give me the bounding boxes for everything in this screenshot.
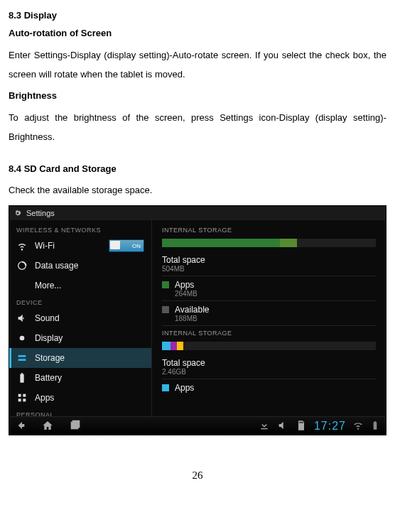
download-status-icon[interactable] <box>259 420 270 433</box>
category-personal: PERSONAL <box>9 408 151 416</box>
row-label: Apps <box>175 383 194 393</box>
sidebar-item-label: Battery <box>35 373 62 383</box>
row-label: Total space <box>162 255 205 265</box>
back-icon[interactable] <box>15 420 26 433</box>
category-wireless: WIRELESS & NETWORKS <box>9 223 151 236</box>
autorotation-heading: Auto-rotation of Screen <box>9 28 386 38</box>
section-8-3-title: 8.3 Display <box>9 10 386 21</box>
wifi-status-icon[interactable] <box>353 420 363 432</box>
navbar-clock[interactable]: 17:27 <box>314 420 346 433</box>
color-swatch-icon <box>162 281 169 288</box>
battery-icon <box>16 372 28 384</box>
sidebar-item-label: Wi-Fi <box>35 241 55 251</box>
storage-row-total2[interactable]: Total space 2.46GB <box>162 354 376 379</box>
home-icon[interactable] <box>42 420 53 433</box>
sidebar-item-battery[interactable]: Battery <box>9 368 151 388</box>
section-8-4-body: Check the available storage space. <box>9 181 386 200</box>
wifi-toggle[interactable]: ON <box>109 239 144 252</box>
row-value: 188MB <box>175 315 209 322</box>
svg-rect-7 <box>23 399 26 402</box>
sound-icon <box>16 313 28 324</box>
sidebar-item-label: Display <box>35 333 63 343</box>
sidebar-item-display[interactable]: Display <box>9 328 151 348</box>
storage-row-available[interactable]: Available 188MB <box>162 301 376 326</box>
section-8-4-title: 8.4 SD Card and Storage <box>9 163 386 174</box>
svg-point-1 <box>20 336 25 341</box>
sidebar-item-label: Apps <box>35 393 54 403</box>
row-label: Total space <box>162 358 205 368</box>
sidebar-item-more[interactable]: More... <box>9 276 151 295</box>
system-navbar: 17:27 <box>9 416 386 435</box>
sidebar-item-storage[interactable]: Storage <box>9 348 151 368</box>
svg-rect-9 <box>72 420 79 427</box>
sidebar-item-apps[interactable]: Apps <box>9 388 151 408</box>
row-value: 264MB <box>175 290 198 298</box>
row-value: 504MB <box>162 265 205 273</box>
window-titlebar: Settings <box>9 206 386 220</box>
brightness-heading: Brightness <box>9 90 386 101</box>
storage-row-total[interactable]: Total space 504MB <box>162 251 376 276</box>
wifi-icon <box>16 240 28 251</box>
storage-detail-pane: INTERNAL STORAGE Total space 504MB Apps … <box>152 220 386 416</box>
svg-rect-6 <box>18 399 21 402</box>
volume-status-icon[interactable] <box>277 420 288 433</box>
autorotation-body: Enter Settings-Display (display setting)… <box>9 45 386 85</box>
blank-icon <box>16 280 28 291</box>
settings-app-icon <box>13 209 22 217</box>
window-title: Settings <box>26 209 55 217</box>
category-device: DEVICE <box>9 295 151 308</box>
sd-status-icon[interactable] <box>296 420 307 433</box>
display-icon <box>16 332 28 344</box>
battery-status-icon[interactable] <box>370 420 380 432</box>
sidebar-item-label: Data usage <box>35 261 78 271</box>
storage-header-2: INTERNAL STORAGE <box>152 326 386 339</box>
recents-icon[interactable] <box>69 420 80 433</box>
svg-rect-2 <box>18 355 26 357</box>
svg-rect-5 <box>23 394 26 397</box>
storage-usage-bar-1 <box>162 239 376 247</box>
sidebar-item-sound[interactable]: Sound <box>9 308 151 328</box>
sidebar-item-label: Storage <box>35 353 65 363</box>
svg-rect-4 <box>18 394 21 397</box>
storage-icon <box>16 352 28 364</box>
color-swatch-icon <box>162 306 169 313</box>
page-number: 26 <box>9 469 386 482</box>
settings-sidebar: WIRELESS & NETWORKS Wi-Fi ON Data usage … <box>9 220 152 416</box>
storage-row-apps[interactable]: Apps 264MB <box>162 276 376 301</box>
data-usage-icon <box>16 260 28 271</box>
svg-rect-3 <box>18 359 26 362</box>
sidebar-item-label: Sound <box>35 313 60 323</box>
storage-usage-bar-2 <box>162 342 376 350</box>
color-swatch-icon <box>162 384 169 391</box>
row-label: Available <box>175 305 209 315</box>
brightness-body: To adjust the brightness of the screen, … <box>9 108 386 147</box>
storage-row-partial[interactable]: Apps <box>162 379 376 396</box>
sidebar-item-label: More... <box>35 281 61 291</box>
storage-header-1: INTERNAL STORAGE <box>152 223 386 236</box>
apps-icon <box>16 392 28 403</box>
row-value: 2.46GB <box>162 368 205 376</box>
sidebar-item-datausage[interactable]: Data usage <box>9 256 151 276</box>
settings-screenshot: Settings WIRELESS & NETWORKS Wi-Fi ON Da… <box>9 205 386 435</box>
row-label: Apps <box>175 280 198 290</box>
settings-content: WIRELESS & NETWORKS Wi-Fi ON Data usage … <box>9 220 386 416</box>
sidebar-item-wifi[interactable]: Wi-Fi ON <box>9 236 151 256</box>
